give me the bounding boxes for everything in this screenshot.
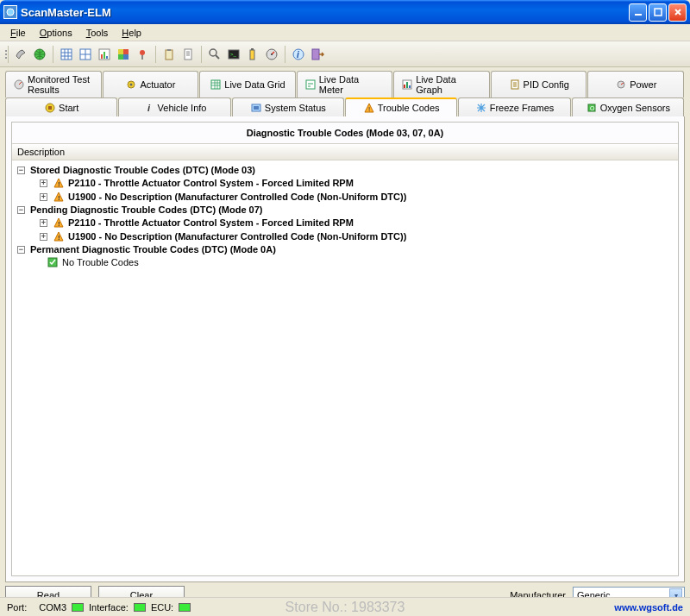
status-ecu-label: ECU:	[151, 602, 173, 613]
tab-start[interactable]: Start	[5, 97, 117, 116]
menu-help[interactable]: Help	[115, 26, 148, 40]
svg-rect-12	[118, 54, 123, 60]
pin-icon[interactable]	[134, 46, 151, 63]
tree-item[interactable]: + ! P2110 - Throttle Actuator Control Sy…	[16, 176, 674, 190]
minimize-button[interactable]	[629, 3, 647, 22]
svg-rect-35	[406, 82, 408, 88]
svg-point-30	[130, 84, 133, 86]
collapse-icon[interactable]: −	[17, 167, 25, 174]
svg-rect-36	[409, 85, 411, 88]
menu-tools[interactable]: Tools	[79, 26, 116, 40]
tab-actuator[interactable]: Actuator	[103, 71, 199, 97]
expand-icon[interactable]: +	[40, 193, 47, 201]
menu-file[interactable]: File	[3, 26, 33, 40]
tree-item[interactable]: + ! P2110 - Throttle Actuator Control Sy…	[16, 216, 674, 229]
chart-icon[interactable]	[96, 46, 113, 63]
svg-text:>_: >_	[230, 52, 237, 57]
tab-power[interactable]: Power	[587, 71, 684, 97]
status-led-port	[72, 603, 84, 612]
status-link[interactable]: www.wgsoft.de	[614, 602, 683, 613]
tabs-container: Monitored Test Results Actuator Live Dat…	[0, 67, 690, 116]
tab-trouble[interactable]: !Trouble Codes	[345, 97, 457, 116]
window-title: ScanMaster-ELM	[21, 6, 629, 19]
tree-label: U1900 - No Description (Manufacturer Con…	[68, 231, 406, 242]
tree-label: Pending Diagnostic Trouble Codes (DTC) (…	[30, 204, 263, 215]
statusbar: Port: COM3 Interface: ECU: Store No.: 19…	[0, 597, 690, 616]
tab-oxygen[interactable]: OOxygen Sensors	[572, 97, 684, 116]
menubar: File Options Tools Help	[0, 24, 690, 41]
svg-text:!: !	[58, 194, 60, 202]
status-interface-label: Interface:	[89, 602, 129, 613]
menu-options[interactable]: Options	[33, 26, 79, 40]
toolbar: >_ i	[0, 41, 690, 67]
svg-text:!: !	[58, 234, 60, 242]
battery-icon[interactable]	[244, 46, 261, 63]
tree-item[interactable]: No Trouble Codes	[16, 255, 674, 269]
tab-label: System Status	[265, 103, 326, 113]
tab-label: Start	[59, 103, 78, 113]
warning-icon: !	[53, 191, 65, 203]
globe-icon[interactable]	[31, 46, 48, 63]
tab-vehicle[interactable]: iVehicle Info	[118, 97, 230, 116]
exit-icon[interactable]	[309, 46, 326, 63]
warning-icon: !	[53, 230, 65, 242]
tab-label: Live Data Grid	[224, 79, 285, 90]
svg-text:!: !	[368, 105, 370, 113]
palette-icon[interactable]	[115, 46, 132, 63]
svg-rect-42	[254, 106, 259, 110]
tab-livegraph[interactable]: Live Data Graph	[393, 71, 490, 97]
tab-label: Trouble Codes	[378, 103, 440, 113]
tree-group-permanent[interactable]: − Permanent Diagnostic Trouble Codes (DT…	[16, 243, 674, 255]
dtc-tree: − Stored Diagnostic Trouble Codes (DTC) …	[12, 160, 678, 575]
clipboard-icon[interactable]	[160, 46, 178, 63]
info-icon[interactable]: i	[290, 46, 307, 63]
svg-text:i: i	[297, 50, 299, 60]
column-header[interactable]: Description	[12, 143, 678, 160]
grid1-icon[interactable]	[58, 46, 75, 63]
tree-label: Permanent Diagnostic Trouble Codes (DTC)…	[30, 244, 276, 255]
tab-label: Power	[630, 79, 656, 90]
tab-label: Oxygen Sensors	[600, 103, 670, 113]
maximize-button[interactable]	[649, 3, 667, 22]
tab-label: Live Data Meter	[319, 74, 386, 95]
svg-point-0	[7, 9, 14, 16]
tab-freeze[interactable]: Freeze Frames	[458, 97, 570, 116]
svg-rect-22	[251, 48, 254, 50]
expand-icon[interactable]: +	[40, 233, 47, 241]
tab-pidconfig[interactable]: PID Config	[491, 71, 587, 97]
status-port-value: COM3	[39, 602, 66, 613]
doc-icon[interactable]	[179, 46, 197, 63]
tree-group-stored[interactable]: − Stored Diagnostic Trouble Codes (DTC) …	[16, 164, 674, 176]
grid2-icon[interactable]	[77, 46, 94, 63]
tab-label: PID Config	[524, 79, 569, 90]
close-button[interactable]	[668, 3, 687, 22]
svg-point-18	[210, 49, 216, 56]
connect-icon[interactable]	[12, 46, 29, 63]
tree-group-pending[interactable]: − Pending Diagnostic Trouble Codes (DTC)…	[16, 204, 674, 216]
content-panel: Diagnostic Trouble Codes (Mode 03, 07, 0…	[5, 116, 685, 582]
tree-label: P2110 - Throttle Actuator Control System…	[68, 217, 354, 228]
svg-point-24	[271, 53, 273, 55]
tab-livemeter[interactable]: Live Data Meter	[297, 71, 393, 97]
gauge-icon[interactable]	[263, 46, 280, 63]
svg-rect-9	[106, 56, 108, 59]
tab-livegrid[interactable]: Live Data Grid	[199, 71, 296, 97]
svg-rect-10	[118, 49, 123, 54]
tree-label: P2110 - Throttle Actuator Control System…	[68, 178, 354, 188]
collapse-icon[interactable]: −	[17, 206, 25, 214]
expand-icon[interactable]: +	[40, 219, 47, 227]
panel-title: Diagnostic Trouble Codes (Mode 03, 07, 0…	[12, 123, 678, 143]
tree-item[interactable]: + ! U1900 - No Description (Manufacturer…	[16, 190, 674, 204]
collapse-icon[interactable]: −	[17, 246, 25, 254]
tree-label: U1900 - No Description (Manufacturer Con…	[68, 192, 406, 202]
expand-icon[interactable]: +	[40, 179, 47, 187]
status-led-ecu	[179, 603, 191, 612]
tree-item[interactable]: + ! U1900 - No Description (Manufacturer…	[16, 229, 674, 243]
tab-system[interactable]: System Status	[232, 97, 344, 116]
tab-monitored[interactable]: Monitored Test Results	[5, 71, 102, 97]
search-icon[interactable]	[206, 46, 223, 63]
tree-label: Stored Diagnostic Trouble Codes (DTC) (M…	[30, 165, 255, 175]
terminal-icon[interactable]: >_	[225, 46, 242, 63]
warning-icon: !	[53, 177, 65, 189]
svg-rect-21	[250, 50, 254, 60]
